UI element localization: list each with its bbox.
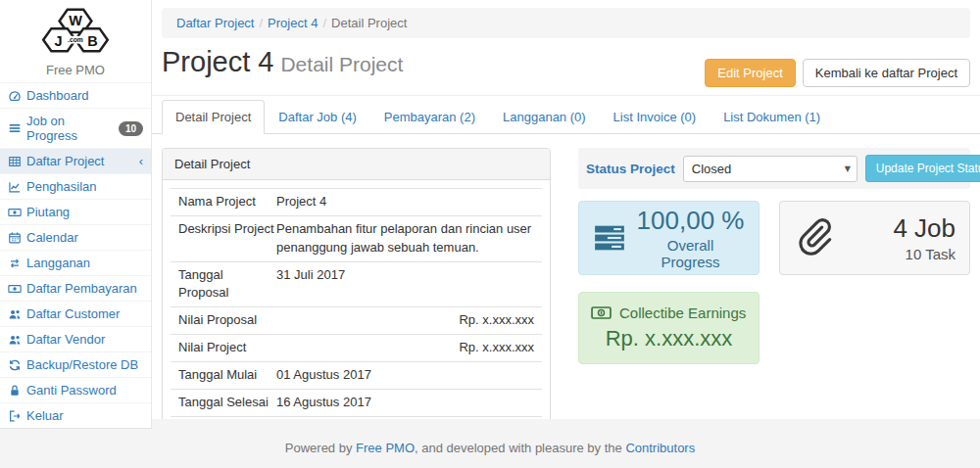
logo-letter-b: B <box>87 33 97 49</box>
tab-bar: Detail Project Daftar Job (4) Pembayaran… <box>152 100 980 134</box>
sidebar-item-label: Daftar Project <box>26 154 104 168</box>
breadcrumb: Daftar Project/Project 4/Detail Project <box>162 8 970 38</box>
tab-list-invoice[interactable]: List Invoice (0) <box>600 100 710 134</box>
job-count-value: 4 Job <box>833 213 956 244</box>
money-icon <box>591 303 612 323</box>
panel-body: Nama Project Project 4 Deskripsi Project… <box>163 180 550 419</box>
breadcrumb-current: Detail Project <box>331 16 407 30</box>
page-header: Project 4Detail Project Edit Project Kem… <box>152 38 980 96</box>
table-icon <box>8 155 22 168</box>
sidebar-item-label: Langganan <box>26 256 90 270</box>
task-count-value: 10 Task <box>833 246 956 262</box>
brand-logo: W J B .com Free PMO <box>0 0 151 82</box>
brand-name: Free PMO <box>0 63 151 77</box>
sidebar-item-piutang[interactable]: Piutang <box>0 199 151 224</box>
dashboard-icon <box>8 89 22 103</box>
money-icon <box>8 282 22 296</box>
footer-text: Powered by <box>285 441 356 455</box>
status-project-label: Status Project <box>586 162 675 176</box>
panel-title: Detail Project <box>163 149 550 180</box>
chart-line-icon <box>8 180 22 194</box>
content-row: Detail Project Nama Project Project 4 De… <box>152 134 980 419</box>
jwb-logo-icon: W J B .com <box>30 6 121 59</box>
sidebar-panel: W J B .com Free PMO Dashboard Job on Pro… <box>0 0 152 429</box>
status-select-wrap: Closed ▼ <box>683 156 858 182</box>
tab-langganan[interactable]: Langganan (0) <box>489 100 600 134</box>
breadcrumb-link-daftar-project[interactable]: Daftar Project <box>176 16 254 30</box>
collectible-earnings-box: Collectibe Earnings Rp. x.xxx.xxx <box>578 292 760 364</box>
detail-row-nilai-proposal: Nilai Proposal Rp. x.xxx.xxx <box>171 306 542 334</box>
tab-list-dokumen[interactable]: List Dokumen (1) <box>710 100 834 134</box>
logo-letter-w: W <box>69 13 82 28</box>
sidebar-item-daftar-vendor[interactable]: Daftar Vendor <box>0 326 151 351</box>
progress-value: 100,00 % <box>636 206 745 236</box>
sidebar-item-label: Daftar Customer <box>26 306 120 321</box>
sidebar-nav: Dashboard Job on Progress 10 Daftar Proj… <box>0 82 151 428</box>
sidebar-item-ganti-password[interactable]: Ganti Password <box>0 377 151 402</box>
update-project-status-button[interactable]: Update Project Status <box>865 155 980 182</box>
app-layout: W J B .com Free PMO Dashboard Job on Pro… <box>0 0 980 429</box>
users-icon <box>8 307 22 321</box>
sidebar-item-label: Keluar <box>26 408 64 423</box>
calendar-icon <box>8 231 22 245</box>
sidebar-item-job-on-progress[interactable]: Job on Progress 10 <box>0 108 151 148</box>
page-footer: Powered by Free PMO, and developed with … <box>0 429 980 455</box>
sidebar-item-daftar-customer[interactable]: Daftar Customer <box>0 301 151 326</box>
sidebar-item-penghasilan[interactable]: Penghasilan <box>0 173 151 199</box>
sidebar-item-calendar[interactable]: Calendar <box>0 224 151 250</box>
breadcrumb-link-project-4[interactable]: Project 4 <box>268 16 318 30</box>
progress-caption: Overall Progress <box>636 237 745 270</box>
sidebar: W J B .com Free PMO Dashboard Job on Pro… <box>0 0 152 429</box>
job-count-badge: 10 <box>119 121 143 136</box>
sidebar-item-label: Daftar Pembayaran <box>26 281 137 296</box>
back-to-list-button[interactable]: Kembali ke daftar Project <box>803 59 970 87</box>
detail-row-deskripsi-project: Deskripsi Project Penambahan fitur pelap… <box>171 215 542 261</box>
logo-sub: .com <box>68 36 83 43</box>
list-icon <box>8 121 22 135</box>
sidebar-item-dashboard[interactable]: Dashboard <box>0 82 151 108</box>
lock-icon <box>8 384 22 398</box>
sidebar-item-label: Piutang <box>26 205 70 219</box>
detail-row-nilai-project: Nilai Project Rp. x.xxx.xxx <box>171 334 542 361</box>
right-column: Status Project Closed ▼ Update Project S… <box>578 148 970 419</box>
logo-letter-j: J <box>55 33 63 49</box>
exchange-icon <box>8 257 22 270</box>
sidebar-item-daftar-project[interactable]: Daftar Project ‹ <box>0 148 151 173</box>
earnings-value: Rp. x.xxx.xxx <box>591 326 747 351</box>
tab-pembayaran[interactable]: Pembayaran (2) <box>370 100 489 134</box>
sidebar-item-keluar[interactable]: Keluar <box>0 402 151 428</box>
sidebar-item-backup-restore-db[interactable]: Backup/Restore DB <box>0 351 151 377</box>
sidebar-item-langganan[interactable]: Langganan <box>0 250 151 275</box>
detail-row-tanggal-proposal: Tanggal Proposal 31 Juli 2017 <box>171 261 542 307</box>
breadcrumb-separator: / <box>259 16 263 30</box>
footer-text: , and developed with pleasure by the <box>415 441 625 455</box>
detail-row-nama-project: Nama Project Project 4 <box>171 188 542 215</box>
sidebar-item-label: Calendar <box>26 230 78 245</box>
sidebar-item-label: Dashboard <box>26 88 89 103</box>
sign-out-icon <box>8 409 22 423</box>
refresh-icon <box>8 358 22 372</box>
job-count-box: 4 Job 10 Task <box>779 201 970 275</box>
tab-daftar-job[interactable]: Daftar Job (4) <box>265 100 369 134</box>
footer-link-contributors[interactable]: Contributors <box>625 441 695 455</box>
detail-project-panel: Detail Project Nama Project Project 4 De… <box>162 148 551 419</box>
status-select[interactable]: Closed <box>683 156 858 182</box>
sidebar-item-label: Penghasilan <box>26 179 97 194</box>
edit-project-button[interactable]: Edit Project <box>705 59 795 87</box>
paperclip-icon <box>794 218 833 257</box>
breadcrumb-separator: / <box>322 16 326 30</box>
tab-detail-project[interactable]: Detail Project <box>162 100 265 134</box>
sidebar-item-label: Backup/Restore DB <box>26 357 138 372</box>
detail-row-tanggal-selesai: Tanggal Selesai 16 Agustus 2017 <box>171 389 542 416</box>
footer-link-free-pmo[interactable]: Free PMO <box>356 441 415 455</box>
page-title: Project 4 <box>162 46 273 77</box>
sidebar-item-label: Ganti Password <box>26 383 117 398</box>
users-icon <box>8 333 22 347</box>
sidebar-item-label: Job on Progress <box>26 114 114 143</box>
earnings-title: Collectibe Earnings <box>619 304 746 321</box>
sidebar-item-daftar-pembayaran[interactable]: Daftar Pembayaran <box>0 275 151 301</box>
detail-row-status: Status Closed <box>171 416 542 419</box>
chevron-left-icon: ‹ <box>139 155 143 167</box>
status-project-form: Status Project Closed ▼ Update Project S… <box>578 148 970 189</box>
sidebar-item-label: Daftar Vendor <box>26 332 105 347</box>
